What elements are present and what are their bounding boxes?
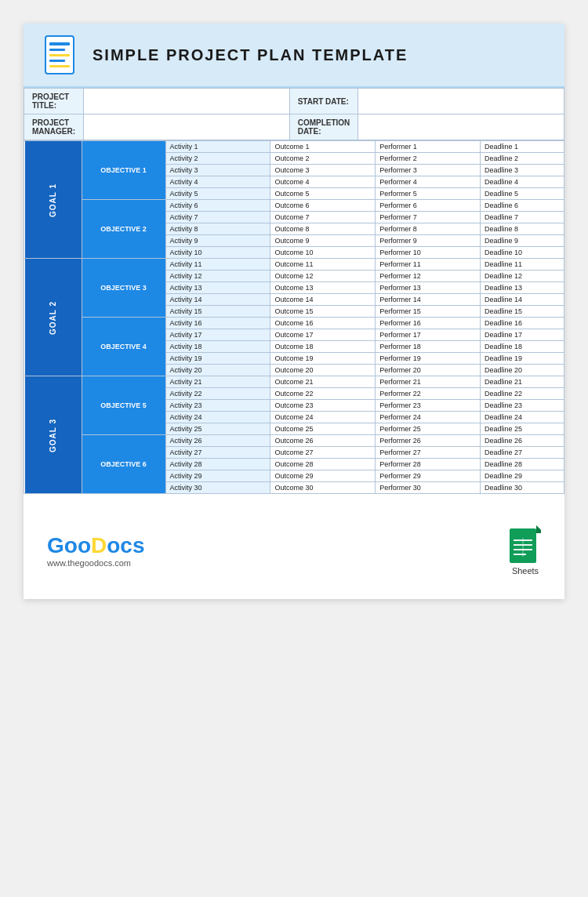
outcome-cell: Outcome 19 — [270, 353, 376, 365]
deadline-cell: Deadline 1 — [480, 141, 564, 153]
activity-cell: Activity 7 — [165, 212, 270, 223]
deadline-cell: Deadline 26 — [480, 435, 564, 447]
activity-cell: Activity 28 — [165, 459, 270, 470]
activity-cell: Activity 18 — [165, 341, 270, 353]
performer-cell: Performer 7 — [376, 212, 481, 223]
start-date-value[interactable] — [358, 89, 564, 114]
svg-rect-5 — [49, 65, 70, 67]
performer-cell: Performer 26 — [376, 435, 481, 447]
activity-cell: Activity 2 — [165, 153, 270, 165]
performer-cell: Performer 20 — [376, 365, 481, 376]
activity-cell: Activity 13 — [165, 282, 270, 294]
activity-cell: Activity 8 — [165, 223, 270, 235]
deadline-cell: Deadline 23 — [480, 400, 564, 412]
outcome-cell: Outcome 9 — [270, 235, 376, 247]
performer-cell: Performer 14 — [376, 294, 481, 306]
deadline-cell: Deadline 7 — [480, 212, 564, 223]
deadline-cell: Deadline 3 — [480, 165, 564, 176]
activity-cell: Activity 10 — [165, 247, 270, 259]
activity-cell: Activity 22 — [165, 388, 270, 400]
outcome-cell: Outcome 24 — [270, 412, 376, 423]
sheets-label: Sheets — [512, 566, 539, 576]
deadline-cell: Deadline 27 — [480, 447, 564, 459]
objective-cell-3-1: OBJECTIVE 5 — [82, 376, 165, 435]
performer-cell: Performer 21 — [376, 376, 481, 388]
outcome-cell: Outcome 7 — [270, 212, 376, 223]
table-row: GOAL 3OBJECTIVE 5Activity 21Outcome 21Pe… — [24, 376, 564, 388]
table-row: GOAL 1OBJECTIVE 1Activity 1Outcome 1Perf… — [24, 141, 564, 153]
svg-marker-8 — [536, 525, 541, 533]
performer-cell: Performer 9 — [376, 235, 481, 247]
performer-cell: Performer 17 — [376, 329, 481, 341]
outcome-cell: Outcome 14 — [270, 294, 376, 306]
performer-cell: Performer 10 — [376, 247, 481, 259]
outcome-cell: Outcome 22 — [270, 388, 376, 400]
svg-rect-1 — [49, 42, 70, 45]
project-title-value[interactable] — [84, 89, 290, 114]
outcome-cell: Outcome 10 — [270, 247, 376, 259]
sheets-badge: Sheets — [510, 525, 541, 576]
outcome-cell: Outcome 2 — [270, 153, 376, 165]
deadline-cell: Deadline 13 — [480, 282, 564, 294]
performer-cell: Performer 16 — [376, 318, 481, 329]
outcome-cell: Outcome 8 — [270, 223, 376, 235]
footer-logo: GooDocs www.thegoodocs.com — [47, 533, 144, 568]
deadline-cell: Deadline 18 — [480, 341, 564, 353]
performer-cell: Performer 18 — [376, 341, 481, 353]
deadline-cell: Deadline 6 — [480, 200, 564, 212]
brand-goo: Goo — [47, 533, 91, 557]
outcome-cell: Outcome 11 — [270, 259, 376, 271]
main-table: GOAL 1OBJECTIVE 1Activity 1Outcome 1Perf… — [24, 140, 564, 494]
activity-cell: Activity 1 — [165, 141, 270, 153]
document-icon — [39, 34, 80, 75]
performer-cell: Performer 19 — [376, 353, 481, 365]
performer-cell: Performer 13 — [376, 282, 481, 294]
outcome-cell: Outcome 16 — [270, 318, 376, 329]
table-row: OBJECTIVE 2Activity 6Outcome 6Performer … — [24, 200, 564, 212]
performer-cell: Performer 3 — [376, 165, 481, 176]
goal-cell-2: GOAL 2 — [24, 259, 82, 376]
objective-cell-1-2: OBJECTIVE 2 — [82, 200, 165, 259]
outcome-cell: Outcome 4 — [270, 176, 376, 188]
header: SIMPLE PROJECT PLAN TEMPLATE — [24, 24, 564, 88]
completion-date-value[interactable] — [358, 114, 564, 140]
activity-cell: Activity 9 — [165, 235, 270, 247]
deadline-cell: Deadline 25 — [480, 423, 564, 435]
deadline-cell: Deadline 10 — [480, 247, 564, 259]
performer-cell: Performer 24 — [376, 412, 481, 423]
svg-rect-2 — [49, 49, 65, 51]
performer-cell: Performer 1 — [376, 141, 481, 153]
outcome-cell: Outcome 3 — [270, 165, 376, 176]
outcome-cell: Outcome 23 — [270, 400, 376, 412]
performer-cell: Performer 27 — [376, 447, 481, 459]
deadline-cell: Deadline 11 — [480, 259, 564, 271]
outcome-cell: Outcome 25 — [270, 423, 376, 435]
activity-cell: Activity 19 — [165, 353, 270, 365]
brand-dot: D — [91, 533, 107, 557]
table-row: GOAL 2OBJECTIVE 3Activity 11Outcome 11Pe… — [24, 259, 564, 271]
page-wrapper: SIMPLE PROJECT PLAN TEMPLATE PROJECT TIT… — [24, 24, 564, 599]
objective-cell-2-2: OBJECTIVE 4 — [82, 318, 165, 376]
performer-cell: Performer 30 — [376, 482, 481, 494]
deadline-cell: Deadline 16 — [480, 318, 564, 329]
goal-cell-1: GOAL 1 — [24, 141, 82, 259]
brand-ocs: ocs — [107, 533, 144, 557]
brand-name: GooDocs — [47, 533, 144, 558]
deadline-cell: Deadline 20 — [480, 365, 564, 376]
outcome-cell: Outcome 13 — [270, 282, 376, 294]
footer-url: www.thegoodocs.com — [47, 558, 144, 568]
activity-cell: Activity 30 — [165, 482, 270, 494]
svg-rect-12 — [514, 554, 526, 555]
project-manager-value[interactable] — [84, 114, 290, 140]
activity-cell: Activity 25 — [165, 423, 270, 435]
outcome-cell: Outcome 30 — [270, 482, 376, 494]
outcome-cell: Outcome 28 — [270, 459, 376, 470]
activity-cell: Activity 29 — [165, 470, 270, 482]
activity-cell: Activity 21 — [165, 376, 270, 388]
outcome-cell: Outcome 1 — [270, 141, 376, 153]
deadline-cell: Deadline 4 — [480, 176, 564, 188]
performer-cell: Performer 12 — [376, 271, 481, 282]
start-date-label: START DATE: — [289, 89, 358, 114]
outcome-cell: Outcome 21 — [270, 376, 376, 388]
deadline-cell: Deadline 30 — [480, 482, 564, 494]
